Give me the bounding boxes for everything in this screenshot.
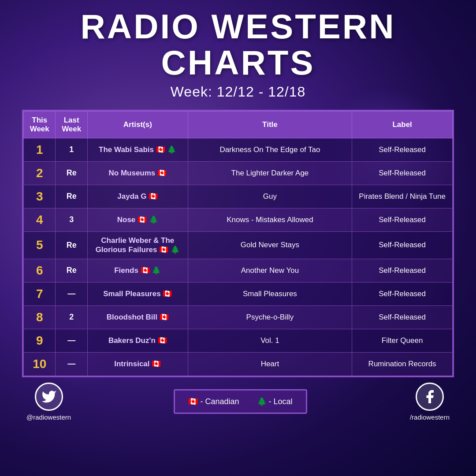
chart-table: ThisWeek LastWeek Artist(s) Title Label … bbox=[23, 111, 453, 376]
cell-label: Self-Released bbox=[352, 259, 453, 282]
table-row: 10—Intrinsical 🇨🇦HeartRumination Records bbox=[24, 352, 453, 376]
cell-label: Self-Released bbox=[352, 161, 453, 185]
cell-last-week: 2 bbox=[56, 305, 87, 329]
col-header-label: Label bbox=[352, 111, 453, 138]
page-title: Radio Western Charts bbox=[81, 9, 396, 81]
cell-this-week: 7 bbox=[24, 282, 56, 305]
cell-this-week: 10 bbox=[24, 352, 56, 376]
table-header-row: ThisWeek LastWeek Artist(s) Title Label bbox=[24, 111, 453, 138]
cell-artist: No Museums 🇨🇦 bbox=[87, 161, 188, 185]
cell-artist: Charlie Weber & The Glorious Failures 🇨🇦… bbox=[87, 231, 188, 259]
table-row: 11The Wabi Sabis 🇨🇦 🌲Darkness On The Edg… bbox=[24, 138, 453, 161]
cell-title: Heart bbox=[188, 352, 352, 376]
cell-this-week: 9 bbox=[24, 329, 56, 352]
twitter-social[interactable]: @radiowestern bbox=[26, 383, 71, 421]
cell-artist: Jayda G 🇨🇦 bbox=[87, 185, 188, 208]
cell-artist: The Wabi Sabis 🇨🇦 🌲 bbox=[87, 138, 188, 161]
main-container: Radio Western Charts Week: 12/12 - 12/18… bbox=[0, 0, 476, 476]
col-header-artists: Artist(s) bbox=[87, 111, 188, 138]
cell-last-week: 3 bbox=[56, 208, 87, 231]
cell-last-week: Re bbox=[56, 231, 87, 259]
title-line2: Charts bbox=[161, 43, 315, 82]
twitter-icon bbox=[35, 383, 63, 411]
cell-title: Guy bbox=[188, 185, 352, 208]
cell-this-week: 3 bbox=[24, 185, 56, 208]
cell-title: Gold Never Stays bbox=[188, 231, 352, 259]
cell-label: Self-Released bbox=[352, 138, 453, 161]
cell-title: Another New You bbox=[188, 259, 352, 282]
cell-label: Self-Released bbox=[352, 231, 453, 259]
table-row: 2ReNo Museums 🇨🇦The Lighter Darker AgeSe… bbox=[24, 161, 453, 185]
cell-label: Filter Queen bbox=[352, 329, 453, 352]
legend-local: 🌲 - Local bbox=[257, 397, 293, 406]
title-section: Radio Western Charts Week: 12/12 - 12/18 bbox=[81, 0, 396, 110]
cell-last-week: Re bbox=[56, 161, 87, 185]
table-row: 43Nose 🇨🇦 🌲Knows - Mistakes AllowedSelf-… bbox=[24, 208, 453, 231]
cell-this-week: 6 bbox=[24, 259, 56, 282]
cell-artist: Bloodshot Bill 🇨🇦 bbox=[87, 305, 188, 329]
table-row: 82Bloodshot Bill 🇨🇦Psyche-o-BillySelf-Re… bbox=[24, 305, 453, 329]
cell-label: Self-Released bbox=[352, 305, 453, 329]
cell-this-week: 4 bbox=[24, 208, 56, 231]
title-line1: Radio Western bbox=[81, 7, 396, 46]
cell-label: Self-Released bbox=[352, 282, 453, 305]
cell-title: Knows - Mistakes Allowed bbox=[188, 208, 352, 231]
cell-this-week: 8 bbox=[24, 305, 56, 329]
cell-title: Darkness On The Edge of Tao bbox=[188, 138, 352, 161]
cell-label: Pirates Blend / Ninja Tune bbox=[352, 185, 453, 208]
col-header-last-week: LastWeek bbox=[56, 111, 87, 138]
facebook-handle: /radiowestern bbox=[410, 413, 450, 421]
cell-last-week: 1 bbox=[56, 138, 87, 161]
facebook-icon bbox=[416, 383, 444, 411]
chart-table-wrapper: ThisWeek LastWeek Artist(s) Title Label … bbox=[22, 110, 454, 377]
cell-title: Vol. 1 bbox=[188, 329, 352, 352]
cell-this-week: 2 bbox=[24, 161, 56, 185]
cell-last-week: — bbox=[56, 282, 87, 305]
table-row: 5ReCharlie Weber & The Glorious Failures… bbox=[24, 231, 453, 259]
cell-last-week: Re bbox=[56, 185, 87, 208]
cell-last-week: Re bbox=[56, 259, 87, 282]
canadian-label: 🇨🇦 - Canadian bbox=[188, 397, 239, 406]
cell-title: Small Pleasures bbox=[188, 282, 352, 305]
cell-label: Rumination Records bbox=[352, 352, 453, 376]
cell-artist: Intrinsical 🇨🇦 bbox=[87, 352, 188, 376]
cell-this-week: 1 bbox=[24, 138, 56, 161]
cell-artist: Fiends 🇨🇦 🌲 bbox=[87, 259, 188, 282]
footer-section: @radiowestern 🇨🇦 - Canadian 🌲 - Local /r… bbox=[22, 383, 454, 421]
table-row: 6ReFiends 🇨🇦 🌲Another New YouSelf-Releas… bbox=[24, 259, 453, 282]
cell-artist: Nose 🇨🇦 🌲 bbox=[87, 208, 188, 231]
week-label: Week: 12/12 - 12/18 bbox=[81, 84, 396, 100]
cell-artist: Small Pleasures 🇨🇦 bbox=[87, 282, 188, 305]
legend-box: 🇨🇦 - Canadian 🌲 - Local bbox=[174, 389, 307, 414]
local-label: 🌲 - Local bbox=[257, 397, 293, 406]
col-header-this-week: ThisWeek bbox=[24, 111, 56, 138]
cell-last-week: — bbox=[56, 329, 87, 352]
table-row: 9—Bakers Duz'n 🇨🇦Vol. 1Filter Queen bbox=[24, 329, 453, 352]
cell-last-week: — bbox=[56, 352, 87, 376]
twitter-handle: @radiowestern bbox=[26, 413, 71, 421]
facebook-social[interactable]: /radiowestern bbox=[410, 383, 450, 421]
cell-title: Psyche-o-Billy bbox=[188, 305, 352, 329]
col-header-title: Title bbox=[188, 111, 352, 138]
cell-artist: Bakers Duz'n 🇨🇦 bbox=[87, 329, 188, 352]
cell-label: Self-Released bbox=[352, 208, 453, 231]
cell-this-week: 5 bbox=[24, 231, 56, 259]
table-row: 7—Small Pleasures 🇨🇦Small PleasuresSelf-… bbox=[24, 282, 453, 305]
table-row: 3ReJayda G 🇨🇦GuyPirates Blend / Ninja Tu… bbox=[24, 185, 453, 208]
legend-canadian: 🇨🇦 - Canadian bbox=[188, 397, 239, 406]
cell-title: The Lighter Darker Age bbox=[188, 161, 352, 185]
